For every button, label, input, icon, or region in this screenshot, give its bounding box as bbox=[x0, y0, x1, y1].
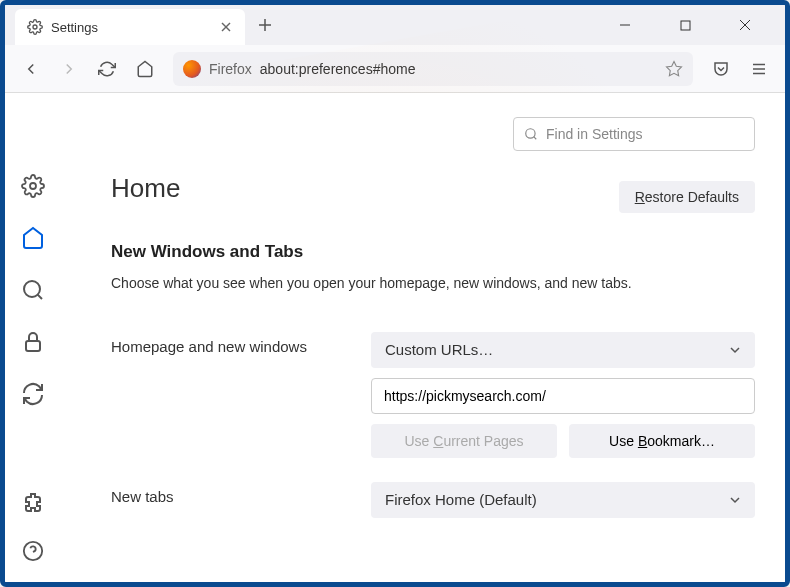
restore-defaults-button[interactable]: Restore Defaults bbox=[619, 181, 755, 213]
svg-point-0 bbox=[33, 25, 37, 29]
newtabs-dropdown-value: Firefox Home (Default) bbox=[385, 491, 537, 508]
sidebar-privacy-icon[interactable] bbox=[20, 329, 46, 355]
application-menu-icon[interactable] bbox=[743, 53, 775, 85]
tab-settings[interactable]: Settings bbox=[15, 9, 245, 45]
section-desc: Choose what you see when you open your h… bbox=[111, 274, 755, 294]
url-text: about:preferences#home bbox=[260, 61, 416, 77]
homepage-dropdown[interactable]: Custom URLs… bbox=[371, 332, 755, 368]
homepage-label: Homepage and new windows bbox=[111, 332, 351, 355]
homepage-row: Homepage and new windows Custom URLs… Us… bbox=[111, 332, 755, 458]
newtabs-dropdown[interactable]: Firefox Home (Default) bbox=[371, 482, 755, 518]
minimize-button[interactable] bbox=[605, 10, 645, 40]
new-tab-button[interactable] bbox=[251, 11, 279, 39]
use-current-pages-button[interactable]: Use Current Pages bbox=[371, 424, 557, 458]
home-button[interactable] bbox=[129, 53, 161, 85]
svg-point-14 bbox=[24, 281, 40, 297]
back-button[interactable] bbox=[15, 53, 47, 85]
tab-bar: Settings bbox=[5, 5, 785, 45]
firefox-logo-icon bbox=[183, 60, 201, 78]
sidebar-help-icon[interactable] bbox=[20, 538, 46, 564]
section-title: New Windows and Tabs bbox=[111, 242, 755, 262]
svg-line-20 bbox=[534, 137, 537, 140]
sidebar-extensions-icon[interactable] bbox=[20, 490, 46, 516]
sidebar-home-icon[interactable] bbox=[20, 225, 46, 251]
toolbar: Firefox about:preferences#home bbox=[5, 45, 785, 93]
url-prefix: Firefox bbox=[209, 61, 252, 77]
chevron-down-icon bbox=[729, 494, 741, 506]
svg-rect-6 bbox=[681, 21, 690, 30]
close-icon[interactable] bbox=[219, 20, 233, 34]
sidebar-sync-icon[interactable] bbox=[20, 381, 46, 407]
svg-point-19 bbox=[526, 129, 535, 138]
sidebar-search-icon[interactable] bbox=[20, 277, 46, 303]
svg-rect-16 bbox=[26, 341, 40, 351]
window-controls bbox=[605, 10, 775, 40]
main-panel: Find in Settings Home Restore Defaults N… bbox=[61, 93, 785, 582]
content: Find in Settings Home Restore Defaults N… bbox=[5, 93, 785, 582]
search-input[interactable]: Find in Settings bbox=[513, 117, 755, 151]
maximize-button[interactable] bbox=[665, 10, 705, 40]
use-bookmark-button[interactable]: Use Bookmark… bbox=[569, 424, 755, 458]
reload-button[interactable] bbox=[91, 53, 123, 85]
homepage-dropdown-value: Custom URLs… bbox=[385, 341, 493, 358]
gear-icon bbox=[27, 19, 43, 35]
search-placeholder: Find in Settings bbox=[546, 126, 643, 142]
newtabs-label: New tabs bbox=[111, 482, 351, 505]
save-to-pocket-icon[interactable] bbox=[705, 53, 737, 85]
sidebar-general-icon[interactable] bbox=[20, 173, 46, 199]
close-window-button[interactable] bbox=[725, 10, 765, 40]
svg-line-15 bbox=[38, 295, 42, 299]
svg-point-13 bbox=[30, 183, 36, 189]
forward-button[interactable] bbox=[53, 53, 85, 85]
url-bar[interactable]: Firefox about:preferences#home bbox=[173, 52, 693, 86]
sidebar bbox=[5, 93, 61, 582]
svg-marker-9 bbox=[667, 61, 682, 75]
search-icon bbox=[524, 127, 538, 141]
chevron-down-icon bbox=[729, 344, 741, 356]
bookmark-star-icon[interactable] bbox=[665, 60, 683, 78]
newtabs-row: New tabs Firefox Home (Default) bbox=[111, 482, 755, 518]
homepage-url-input[interactable] bbox=[371, 378, 755, 414]
tab-title: Settings bbox=[51, 20, 211, 35]
